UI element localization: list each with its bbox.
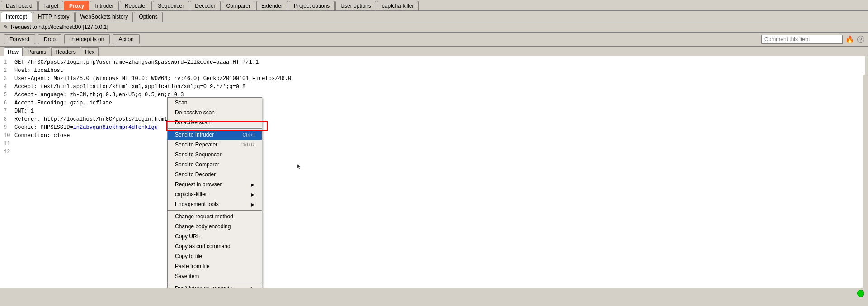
context-menu: ScanDo passive scanDo active scanSend to… <box>167 97 262 288</box>
content-tab-params[interactable]: Params <box>24 47 50 56</box>
content-tab-raw[interactable]: Raw <box>4 47 23 56</box>
content-tab-hex[interactable]: Hex <box>81 47 99 56</box>
nav-tab-captcha-killer[interactable]: captcha-killer <box>377 1 419 10</box>
menu-item-change-request-method[interactable]: Change request method <box>168 212 262 221</box>
line-10: 10Connection: close <box>4 132 862 140</box>
menu-item-label: Change request method <box>175 213 233 220</box>
menu-item-arrow: ▶ <box>251 202 255 207</box>
nav-tab-extender[interactable]: Extender <box>256 1 288 10</box>
fire-icon: 🔥 <box>845 35 854 44</box>
menu-separator <box>168 210 262 211</box>
request-info-bar: ✎ Request to http://localhost:80 [127.0.… <box>0 22 868 33</box>
menu-item-label: Copy URL <box>175 233 200 240</box>
line-text: Accept: text/html,application/xhtml+xml,… <box>14 83 245 91</box>
line-text: Referer: http://localhost/hr0C/posts/log… <box>14 115 167 123</box>
nav-tab-user-options[interactable]: User options <box>335 1 376 10</box>
line-6: 6Accept-Encoding: gzip, deflate <box>4 99 862 107</box>
menu-item-shortcut: Ctrl+I <box>242 132 255 137</box>
menu-item-paste-from-file[interactable]: Paste from file <box>168 261 262 271</box>
nav-tab-dashboard[interactable]: Dashboard <box>1 1 38 10</box>
line-text: GET /hr0C/posts/login.php?username=zhang… <box>14 58 259 66</box>
sub-tab-options[interactable]: Options <box>134 12 162 22</box>
line-3: 3User-Agent: Mozilla/5.0 (Windows NT 10.… <box>4 75 862 83</box>
top-nav-bar: DashboardTargetProxyIntruderRepeaterSequ… <box>0 0 868 11</box>
line-text: Cookie: PHPSESSID=ln2abvqan8ickhmpr4dfen… <box>14 123 158 132</box>
line-text: Accept-Encoding: gzip, deflate <box>14 99 112 107</box>
content-tab-headers[interactable]: Headers <box>51 47 80 56</box>
menu-item-arrow: ▶ <box>251 192 255 197</box>
pencil-icon: ✎ <box>4 24 8 30</box>
menu-item-send-to-comparer[interactable]: Send to Comparer <box>168 160 262 169</box>
menu-item-do-active-scan[interactable]: Do active scan <box>168 118 262 127</box>
line-number: 10 <box>4 132 11 140</box>
editor-area[interactable]: 1GET /hr0C/posts/login.php?username=zhan… <box>0 56 868 288</box>
nav-tab-intruder[interactable]: Intruder <box>90 1 118 10</box>
line-number: 9 <box>4 123 11 132</box>
menu-separator <box>168 282 262 282</box>
line-7: 7DNT: 1 <box>4 107 862 115</box>
scrollbar-right[interactable] <box>863 75 868 288</box>
menu-item-engagement-tools[interactable]: Engagement tools▶ <box>168 199 262 209</box>
menu-item-label: Don't intercept requests <box>175 285 232 288</box>
menu-item-send-to-repeater[interactable]: Send to RepeaterCtrl+R <box>168 140 262 150</box>
line-number: 5 <box>4 91 11 99</box>
nav-tab-target[interactable]: Target <box>38 1 63 10</box>
line-12: 12 <box>4 148 862 156</box>
menu-item-shortcut: Ctrl+R <box>241 142 255 147</box>
menu-item-save-item[interactable]: Save item <box>168 271 262 281</box>
help-icon[interactable]: ? <box>857 36 864 43</box>
nav-tab-sequencer[interactable]: Sequencer <box>153 1 189 10</box>
line-11: 11 <box>4 140 862 148</box>
line-text: Connection: close <box>14 132 70 140</box>
menu-item-copy-to-file[interactable]: Copy to file <box>168 251 262 261</box>
sub-tab-websockets-history[interactable]: WebSockets history <box>75 12 133 22</box>
menu-item-label: Do passive scan <box>175 109 215 116</box>
forward-button[interactable]: Forward <box>4 34 35 44</box>
line-text: Accept-Language: zh-CN,zh;q=0.8,en-US;q=… <box>14 91 184 99</box>
menu-item-label: Send to Sequencer <box>175 151 222 158</box>
sub-tab-intercept[interactable]: Intercept <box>1 12 32 22</box>
menu-item-change-body-encoding[interactable]: Change body encoding <box>168 221 262 231</box>
menu-item-scan[interactable]: Scan <box>168 98 262 108</box>
action-button[interactable]: Action <box>113 34 139 44</box>
line-text: DNT: 1 <box>14 107 34 115</box>
nav-tab-repeater[interactable]: Repeater <box>120 1 152 10</box>
menu-item-label: Send to Comparer <box>175 161 219 168</box>
menu-item-label: Send to Decoder <box>175 171 216 178</box>
sub-tab-http-history[interactable]: HTTP history <box>33 12 75 22</box>
menu-item-copy-url[interactable]: Copy URL <box>168 231 262 241</box>
menu-item-label: Save item <box>175 273 199 279</box>
nav-tab-decoder[interactable]: Decoder <box>190 1 220 10</box>
comment-input[interactable] <box>761 35 843 44</box>
line-number: 6 <box>4 99 11 107</box>
menu-item-do-passive-scan[interactable]: Do passive scan <box>168 108 262 118</box>
menu-item-dont-intercept[interactable]: Don't intercept requests▶ <box>168 283 262 288</box>
menu-item-request-in-browser[interactable]: Request in browser▶ <box>168 179 262 189</box>
nav-tab-proxy[interactable]: Proxy <box>64 1 89 10</box>
nav-tab-comparer[interactable]: Comparer <box>222 1 255 10</box>
menu-item-send-to-decoder[interactable]: Send to Decoder <box>168 169 262 179</box>
menu-item-captcha-killer-menu[interactable]: captcha-killer▶ <box>168 189 262 199</box>
menu-item-send-to-intruder[interactable]: Send to IntruderCtrl+I <box>168 130 262 140</box>
menu-item-label: Send to Intruder <box>175 132 214 138</box>
menu-item-arrow: ▶ <box>251 182 255 187</box>
request-info-text: Request to http://localhost:80 [127.0.0.… <box>11 24 108 30</box>
intercept-button[interactable]: Intercept is on <box>64 34 110 44</box>
comment-area: 🔥 ? <box>761 35 864 44</box>
line-2: 2Host: localhost <box>4 66 862 75</box>
line-number: 8 <box>4 115 11 123</box>
line-number: 11 <box>4 140 11 148</box>
menu-item-send-to-sequencer[interactable]: Send to Sequencer <box>168 150 262 160</box>
line-number: 2 <box>4 66 11 75</box>
content-tabs: RawParamsHeadersHex <box>0 47 868 56</box>
line-8: 8Referer: http://localhost/hr0C/posts/lo… <box>4 115 862 123</box>
menu-item-copy-as-curl[interactable]: Copy as curl command <box>168 241 262 251</box>
menu-item-arrow: ▶ <box>251 286 255 288</box>
button-bar: Forward Drop Intercept is on Action 🔥 ? <box>0 33 868 47</box>
line-number: 1 <box>4 58 11 66</box>
drop-button[interactable]: Drop <box>38 34 61 44</box>
menu-item-label: Request in browser <box>175 181 222 188</box>
sub-nav-bar: InterceptHTTP historyWebSockets historyO… <box>0 11 868 22</box>
line-number: 7 <box>4 107 11 115</box>
nav-tab-project-options[interactable]: Project options <box>289 1 335 10</box>
